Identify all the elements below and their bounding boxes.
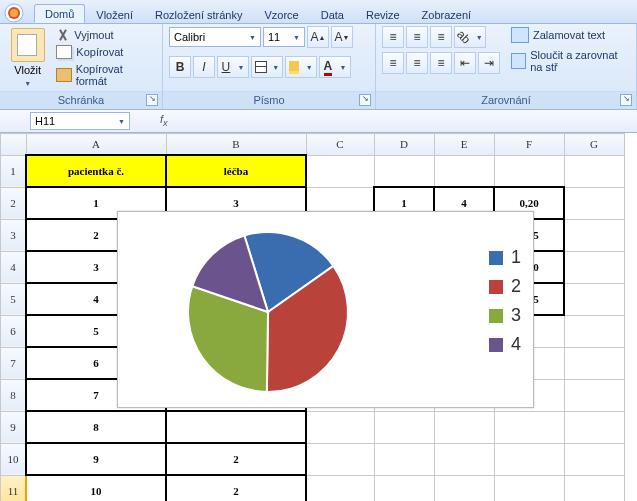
font-size-combo[interactable]: 11▼ (263, 27, 305, 47)
italic-button[interactable]: I (193, 56, 215, 78)
cell-B1[interactable]: léčba (166, 155, 306, 187)
paste-button[interactable]: Vložit ▼ (6, 26, 49, 88)
cell-G1[interactable] (564, 155, 624, 187)
name-box[interactable]: H11▼ (30, 112, 130, 130)
cell-G6[interactable] (564, 315, 624, 347)
tab-insert[interactable]: Vložení (85, 5, 144, 23)
align-middle-button[interactable]: ≡ (406, 26, 428, 48)
cut-button[interactable]: Vyjmout (53, 28, 156, 42)
cell-C11[interactable] (306, 475, 374, 501)
col-D[interactable]: D (374, 134, 434, 156)
fx-icon[interactable]: fx (160, 113, 168, 128)
select-all-corner[interactable] (1, 134, 27, 156)
cell-G8[interactable] (564, 379, 624, 411)
row-10[interactable]: 10 (1, 443, 27, 475)
row-2[interactable]: 2 (1, 187, 27, 219)
merge-center-button[interactable]: Sloučit a zarovnat na stř (508, 48, 630, 74)
align-bottom-button[interactable]: ≡ (430, 26, 452, 48)
tab-data[interactable]: Data (310, 5, 355, 23)
fill-color-button[interactable]: ▼ (285, 56, 317, 78)
align-top-button[interactable]: ≡ (382, 26, 404, 48)
decrease-indent-button[interactable]: ⇤ (454, 52, 476, 74)
cell-A11[interactable]: 10 (26, 475, 166, 501)
tab-home[interactable]: Domů (34, 4, 85, 23)
cell-F9[interactable] (494, 411, 564, 443)
copy-button[interactable]: Kopírovat (53, 44, 156, 60)
dialog-launcher-icon[interactable]: ↘ (620, 94, 632, 106)
align-right-button[interactable]: ≡ (430, 52, 452, 74)
group-font: Calibri▼ 11▼ A▲ A▼ B I U▼ ▼ ▼ A▼ Písmo↘ (163, 24, 376, 109)
merge-icon (511, 53, 526, 69)
col-E[interactable]: E (434, 134, 494, 156)
cell-G11[interactable] (564, 475, 624, 501)
col-C[interactable]: C (306, 134, 374, 156)
cell-E10[interactable] (434, 443, 494, 475)
row-5[interactable]: 5 (1, 283, 27, 315)
col-G[interactable]: G (564, 134, 624, 156)
col-B[interactable]: B (166, 134, 306, 156)
cell-F11[interactable] (494, 475, 564, 501)
cell-F10[interactable] (494, 443, 564, 475)
cell-B9[interactable] (166, 411, 306, 443)
cell-B11[interactable]: 2 (166, 475, 306, 501)
cell-D11[interactable] (374, 475, 434, 501)
cell-D9[interactable] (374, 411, 434, 443)
embedded-pie-chart[interactable]: 1234 (117, 211, 534, 408)
cell-F1[interactable] (494, 155, 564, 187)
row-1[interactable]: 1 (1, 155, 27, 187)
cell-G10[interactable] (564, 443, 624, 475)
row-3[interactable]: 3 (1, 219, 27, 251)
tab-page-layout[interactable]: Rozložení stránky (144, 5, 253, 23)
shrink-font-button[interactable]: A▼ (331, 26, 353, 48)
cell-A9[interactable]: 8 (26, 411, 166, 443)
cell-G9[interactable] (564, 411, 624, 443)
font-color-button[interactable]: A▼ (319, 56, 351, 78)
cell-D10[interactable] (374, 443, 434, 475)
bold-button[interactable]: B (169, 56, 191, 78)
row-6[interactable]: 6 (1, 315, 27, 347)
cell-G3[interactable] (564, 219, 624, 251)
row-4[interactable]: 4 (1, 251, 27, 283)
brush-icon (56, 68, 71, 82)
cell-G7[interactable] (564, 347, 624, 379)
cell-A10[interactable]: 9 (26, 443, 166, 475)
bucket-icon (289, 61, 299, 74)
align-center-button[interactable]: ≡ (406, 52, 428, 74)
cell-G5[interactable] (564, 283, 624, 315)
dialog-launcher-icon[interactable]: ↘ (146, 94, 158, 106)
col-F[interactable]: F (494, 134, 564, 156)
dialog-launcher-icon[interactable]: ↘ (359, 94, 371, 106)
office-button[interactable] (2, 3, 28, 23)
tab-review[interactable]: Revize (355, 5, 411, 23)
borders-button[interactable]: ▼ (251, 56, 283, 78)
row-8[interactable]: 8 (1, 379, 27, 411)
cell-C10[interactable] (306, 443, 374, 475)
orientation-button[interactable]: ab▼ (454, 26, 486, 48)
formula-input[interactable] (176, 114, 476, 128)
cell-D1[interactable] (374, 155, 434, 187)
font-name-combo[interactable]: Calibri▼ (169, 27, 261, 47)
wrap-text-button[interactable]: Zalamovat text (508, 26, 630, 44)
cell-G4[interactable] (564, 251, 624, 283)
cell-E9[interactable] (434, 411, 494, 443)
grow-font-button[interactable]: A▲ (307, 26, 329, 48)
row-7[interactable]: 7 (1, 347, 27, 379)
align-left-button[interactable]: ≡ (382, 52, 404, 74)
tab-view[interactable]: Zobrazení (411, 5, 483, 23)
worksheet-grid[interactable]: A B C D E F G 1 pacientka č. léčba 2 1 3… (0, 133, 637, 501)
increase-indent-button[interactable]: ⇥ (478, 52, 500, 74)
cell-E1[interactable] (434, 155, 494, 187)
underline-button[interactable]: U▼ (217, 56, 249, 78)
cell-C1[interactable] (306, 155, 374, 187)
col-A[interactable]: A (26, 134, 166, 156)
tab-formulas[interactable]: Vzorce (253, 5, 309, 23)
cell-B10[interactable]: 2 (166, 443, 306, 475)
cell-E11[interactable] (434, 475, 494, 501)
format-painter-button[interactable]: Kopírovat formát (53, 62, 156, 88)
ribbon-body: Vložit ▼ Vyjmout Kopírovat Kopírovat for… (0, 23, 637, 110)
cell-A1[interactable]: pacientka č. (26, 155, 166, 187)
row-9[interactable]: 9 (1, 411, 27, 443)
row-11[interactable]: 11 (1, 475, 27, 501)
cell-C9[interactable] (306, 411, 374, 443)
cell-G2[interactable] (564, 187, 624, 219)
